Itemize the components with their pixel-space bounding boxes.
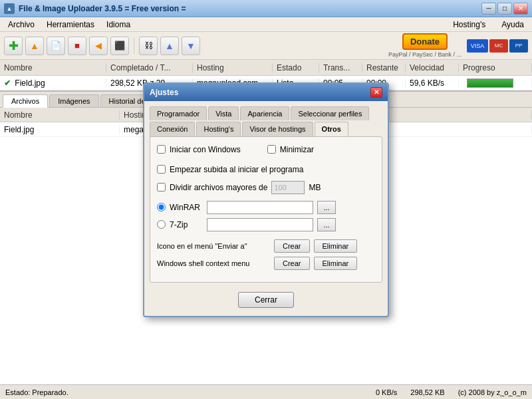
- dividir-label: Dividir archivos mayores de: [170, 183, 267, 192]
- cerrar-button[interactable]: Cerrar: [238, 292, 294, 308]
- icon-menu-label: Icono en el menú "Enviar a": [157, 242, 270, 250]
- modal-footer: Cerrar: [150, 288, 382, 311]
- modal-tabs-row1: Programador Vista Apariencia Seleccionar…: [150, 106, 382, 120]
- shell-menu-row: Windows shell context menu Crear Elimina…: [157, 257, 375, 270]
- tab-seleccionar-perfiles[interactable]: Seleccionar perfiles: [291, 106, 369, 120]
- iniciar-windows-row: Iniciar con Windows: [157, 145, 241, 154]
- shell-menu-create-button[interactable]: Crear: [274, 257, 310, 270]
- mb-label: MB: [309, 183, 321, 192]
- dividir-row: Dividir archivos mayores de MB: [157, 181, 375, 194]
- winrar-path-input[interactable]: [207, 201, 313, 214]
- modal-body: Programador Vista Apariencia Seleccionar…: [144, 101, 388, 316]
- zip-radio[interactable]: [157, 220, 166, 229]
- settings-modal: Ajustes ✕ Programador Vista Apariencia S…: [143, 82, 389, 317]
- empezar-subida-row: Empezar subida al iniciar el programa: [157, 165, 375, 174]
- icon-menu-row: Icono en el menú "Enviar a" Crear Elimin…: [157, 239, 375, 253]
- tab-apariencia[interactable]: Apariencia: [240, 106, 289, 120]
- tab-vista[interactable]: Vista: [208, 106, 239, 120]
- tab-conexion[interactable]: Conexión: [150, 122, 195, 136]
- dividir-checkbox[interactable]: [157, 183, 166, 192]
- winrar-browse-button[interactable]: ...: [317, 201, 336, 214]
- modal-close-button[interactable]: ✕: [370, 87, 382, 98]
- zip-row: 7-Zip ...: [157, 218, 375, 231]
- icon-menu-create-button[interactable]: Crear: [274, 239, 310, 253]
- modal-title: Ajustes: [150, 88, 178, 97]
- tab-otros[interactable]: Otros: [315, 122, 348, 136]
- options-row1: Iniciar con Windows Minimizar: [157, 145, 375, 160]
- zip-path-input[interactable]: [207, 218, 313, 231]
- minimizar-label: Minimizar: [280, 145, 314, 154]
- iniciar-windows-checkbox[interactable]: [157, 145, 166, 154]
- tab-programador[interactable]: Programador: [150, 106, 207, 120]
- winrar-row: WinRAR ...: [157, 201, 375, 214]
- minimizar-checkbox[interactable]: [267, 145, 276, 154]
- empezar-subida-label: Empezar subida al iniciar el programa: [170, 165, 303, 174]
- modal-title-bar: Ajustes ✕: [144, 84, 388, 101]
- minimizar-row: Minimizar: [267, 145, 314, 154]
- winrar-radio[interactable]: [157, 203, 166, 211]
- modal-tabs-row2: Conexión Hosting's Visor de hostings Otr…: [150, 122, 382, 136]
- empezar-subida-checkbox[interactable]: [157, 165, 166, 174]
- zip-label: 7-Zip: [170, 220, 203, 229]
- shell-menu-label: Windows shell context menu: [157, 259, 270, 267]
- tab-hostings[interactable]: Hosting's: [196, 122, 241, 136]
- dividir-value-input[interactable]: [271, 181, 305, 194]
- winrar-label: WinRAR: [170, 203, 203, 212]
- tab-visor-hostings[interactable]: Visor de hostings: [242, 122, 313, 136]
- icon-menu-delete-button[interactable]: Eliminar: [314, 239, 358, 253]
- shell-menu-delete-button[interactable]: Eliminar: [314, 257, 358, 270]
- zip-browse-button[interactable]: ...: [317, 218, 336, 231]
- iniciar-windows-label: Iniciar con Windows: [170, 145, 241, 154]
- modal-overlay: Ajustes ✕ Programador Vista Apariencia S…: [0, 0, 532, 399]
- modal-tab-content: Iniciar con Windows Minimizar Empezar su…: [150, 136, 382, 283]
